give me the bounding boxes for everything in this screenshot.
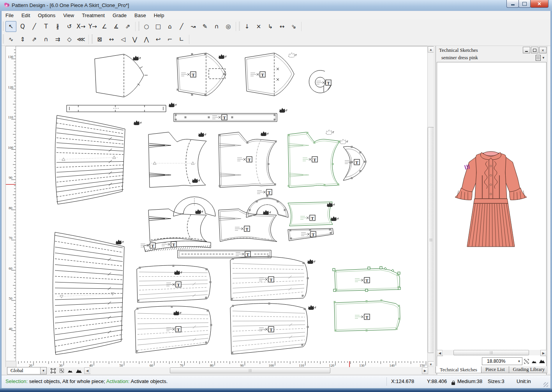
piece-flag-icon[interactable]: [263, 210, 271, 215]
line-tool-button[interactable]: ╱: [176, 21, 187, 32]
piece-text-label[interactable]: T: [301, 231, 316, 237]
piece-flag-icon[interactable]: [308, 305, 316, 310]
menu-view[interactable]: View: [59, 11, 78, 19]
scroll-right-button[interactable]: ▶: [422, 367, 428, 374]
transform-points-tool-button[interactable]: ⇘: [288, 21, 299, 32]
pattern-piece[interactable]: [187, 215, 192, 240]
chevron-down-icon[interactable]: ▼: [542, 56, 545, 60]
scroll-down-button[interactable]: ▼: [428, 361, 434, 367]
parallel-copy-tool-button[interactable]: ⇉: [52, 34, 63, 45]
menu-options[interactable]: Options: [34, 11, 59, 19]
piece-text-label[interactable]: T: [257, 189, 272, 195]
piece-text-label[interactable]: T: [355, 314, 370, 320]
piece-x-marks[interactable]: [277, 68, 279, 81]
pattern-piece[interactable]: [324, 85, 331, 92]
title-bar[interactable]: Pattern Design - [6.0 One Piece A Skirt_…: [0, 0, 552, 11]
piece-text-label[interactable]: T: [166, 282, 181, 287]
pattern-piece[interactable]: [138, 67, 148, 85]
rectangle-tool-button[interactable]: □: [153, 21, 164, 32]
minimize-button[interactable]: [506, 0, 519, 8]
piece-text-label[interactable]: T: [141, 243, 155, 248]
pattern-piece[interactable]: [148, 132, 206, 187]
piece-center-line[interactable]: [152, 162, 196, 164]
piece-flag-icon[interactable]: [261, 131, 268, 136]
piece-text-label[interactable]: T: [236, 251, 250, 257]
pattern-piece[interactable]: [288, 202, 333, 226]
scroll-up-button[interactable]: ▲: [428, 46, 434, 53]
panel-hscrollbar[interactable]: ◀ ▶: [437, 350, 546, 356]
pattern-piece[interactable]: [95, 54, 144, 97]
piece-flag-icon[interactable]: [198, 132, 206, 137]
align-points-tool-button[interactable]: ↔: [277, 21, 287, 32]
corner-cut-tool-button[interactable]: ∟: [176, 34, 187, 45]
dart-tool-button[interactable]: ⇗: [29, 34, 40, 45]
dart-transfer-tool-button[interactable]: ◁: [118, 34, 129, 45]
panel-zoom-in-button[interactable]: [538, 358, 546, 365]
pleat-tool-button[interactable]: ⇕: [17, 34, 28, 45]
close-button[interactable]: ✕: [530, 0, 548, 8]
text-tool-button[interactable]: T: [41, 21, 51, 32]
pattern-piece[interactable]: [138, 313, 208, 350]
curve-tool-button[interactable]: ↝: [188, 21, 199, 32]
pattern-piece[interactable]: [289, 203, 330, 224]
measure-angle-tool-button[interactable]: ∡: [111, 21, 122, 32]
menu-file[interactable]: File: [2, 11, 18, 19]
piece-text-label[interactable]: T: [316, 80, 331, 85]
pattern-piece[interactable]: [139, 272, 208, 299]
flip-piece-tool-button[interactable]: ⊠: [94, 34, 105, 45]
piece-dart[interactable]: [289, 173, 309, 177]
pattern-piece[interactable]: [69, 105, 163, 112]
piece-dart[interactable]: [219, 143, 241, 147]
pattern-piece[interactable]: [186, 140, 191, 185]
piece-handles[interactable]: [138, 265, 212, 302]
piece-flag-icon[interactable]: [173, 311, 181, 315]
guide-line-tool-button[interactable]: ⇗: [122, 21, 133, 32]
cut-line-tool-button[interactable]: ∦: [52, 21, 63, 32]
move-point-tool-button[interactable]: ↳: [265, 21, 276, 32]
zoom-out-mountain-button[interactable]: [66, 367, 74, 374]
piece-flag-icon[interactable]: [326, 130, 334, 134]
pattern-canvas[interactable]: TTTTTTTTTTTTTTTTTTTT: [16, 46, 428, 361]
pattern-piece[interactable]: [135, 306, 211, 353]
panel-hscroll-thumb[interactable]: [453, 350, 529, 355]
curve-smooth-tool-button[interactable]: ↩: [153, 34, 164, 45]
dart-fold-tool-button[interactable]: ◇: [64, 34, 75, 45]
pattern-piece[interactable]: [55, 115, 125, 204]
piece-text-label[interactable]: T: [303, 157, 317, 162]
pattern-piece[interactable]: [67, 105, 166, 112]
curve-shape-tool-button[interactable]: ∿: [5, 34, 16, 45]
panel-minimize-button[interactable]: [523, 47, 530, 53]
menu-help[interactable]: Help: [150, 11, 168, 19]
piece-flag-icon[interactable]: [219, 54, 226, 59]
canvas-hscroll-thumb[interactable]: [170, 367, 330, 373]
piece-flag-icon[interactable]: [307, 259, 315, 264]
print-area-button[interactable]: [49, 367, 57, 374]
piece-dart[interactable]: [219, 217, 241, 221]
panel-fit-button[interactable]: [522, 358, 530, 365]
restore-button[interactable]: [518, 0, 531, 8]
chevron-down-icon[interactable]: ▼: [40, 367, 46, 374]
piece-flag-icon[interactable]: [340, 139, 348, 144]
piece-flag-icon[interactable]: [116, 240, 123, 244]
fit-view-button[interactable]: [58, 367, 65, 374]
zoom-in-mountain-button[interactable]: [75, 367, 83, 374]
piece-flag-icon[interactable]: [133, 56, 141, 60]
piece-flag-icon[interactable]: [331, 216, 339, 221]
fan-close-tool-button[interactable]: ⋀: [141, 34, 152, 45]
insert-point-tool-button[interactable]: ↓: [242, 21, 252, 32]
piece-text-label[interactable]: T: [235, 226, 250, 231]
pattern-pieces-layer[interactable]: TTTTTTTTTTTTTTTTTTTT: [16, 46, 428, 361]
piece-dart[interactable]: [149, 217, 171, 221]
piece-text-label[interactable]: T: [345, 159, 360, 165]
pattern-piece[interactable]: [173, 197, 215, 216]
panel-close-button[interactable]: ×: [539, 47, 547, 53]
pattern-piece[interactable]: [209, 69, 225, 79]
piece-flag-icon[interactable]: [169, 102, 176, 107]
menu-base[interactable]: Base: [131, 11, 150, 19]
tab-grading-library[interactable]: Grading Library: [509, 366, 549, 373]
sketch-preview-area[interactable]: [437, 62, 547, 392]
delete-point-tool-button[interactable]: ×: [253, 21, 264, 32]
canvas-vscroll-thumb[interactable]: [428, 127, 434, 353]
pattern-piece[interactable]: [151, 238, 205, 240]
zoom-tool-button[interactable]: Q: [17, 21, 28, 32]
